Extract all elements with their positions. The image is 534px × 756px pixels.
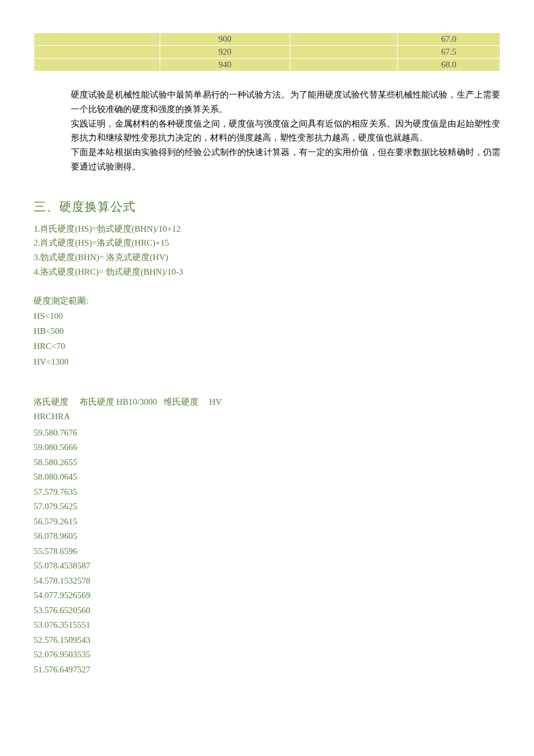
col-hv: HV	[210, 395, 222, 410]
range-block: 硬度測定範圍: HS<100 HB<500 HRC<70 HV<1300	[34, 293, 500, 369]
col-rockwell: 洛氏硬度	[34, 395, 68, 410]
range-hs: HS<100	[34, 308, 500, 323]
data-row: 52.576.1509543	[34, 633, 500, 648]
formula-4: 4.洛式硬度(HRC)= 勃式硬度(BHN)/10-3	[34, 265, 500, 279]
data-rows: 59.580.767659.080.566658.580.265558.080.…	[34, 426, 500, 678]
paragraph-3: 下面是本站根据由实验得到的经验公式制作的快速计算器，有一定的实用价值，但在要求数…	[71, 145, 500, 174]
data-row: 54.077.9526569	[34, 588, 500, 603]
data-row: 57.579.7635	[34, 485, 500, 500]
table-cell: 68.0	[398, 59, 500, 71]
table-cell: 900	[160, 33, 290, 45]
data-row: 52.076.9503535	[34, 647, 500, 663]
table-cell	[34, 46, 160, 58]
data-row: 55.078.4538587	[34, 559, 500, 574]
range-title: 硬度測定範圍:	[34, 293, 500, 308]
table-cell: 67.5	[398, 46, 500, 58]
col-vickers: 维氏硬度	[164, 395, 199, 410]
data-row: 54.578.1532578	[34, 574, 500, 589]
table-row: 92067.5	[34, 46, 500, 58]
intro-paragraphs: 硬度试验是机械性能试验中最简单易行的一种试验方法。为了能用硬度试验代替某些机械性…	[34, 88, 500, 174]
table-cell	[34, 33, 160, 45]
range-hrc: HRC<70	[34, 339, 500, 354]
data-row: 56.579.2615	[34, 514, 500, 530]
formula-3: 3.勃式硬度(BHN)= 洛克式硬度(HV)	[34, 250, 500, 265]
table-cell	[290, 59, 397, 71]
data-row: 53.076.3515551	[34, 618, 500, 633]
paragraph-2: 实践证明，金属材料的各种硬度值之间，硬度值与强度值之间具有近似的相应关系。因为硬…	[71, 117, 500, 146]
table-row: 94068.0	[34, 59, 500, 71]
table-cell: 920	[160, 46, 290, 58]
conversion-table-fragment: 90067.092067.594068.0	[34, 33, 500, 71]
range-hv: HV<1300	[34, 354, 500, 369]
data-row: 57.079.5625	[34, 499, 500, 514]
data-row: 58.080.0645	[34, 470, 500, 485]
data-row: 56.078.9605	[34, 529, 500, 544]
formula-1: 1.肖氏硬度(HS)=勃式硬度(BHN)/10+12	[34, 222, 500, 236]
table-cell	[290, 46, 397, 58]
data-row: 58.580.2655	[34, 455, 500, 470]
section-title: 三、硬度换算公式	[34, 199, 500, 215]
table-cell	[34, 59, 160, 71]
table-cell: 67.0	[398, 33, 500, 45]
data-row: 51.576.6497527	[34, 663, 500, 678]
col-brinell: 布氏硬度 HB10/3000	[80, 395, 157, 410]
data-row: 59.580.7676	[34, 426, 500, 441]
table-cell: 940	[160, 59, 290, 71]
data-row: 53.576.6520560	[34, 603, 500, 618]
data-table-header: 洛氏硬度 布氏硬度 HB10/3000 维氏硬度 HV HRCHRA	[34, 395, 500, 424]
data-row: 59.080.5666	[34, 440, 500, 455]
data-row: 55.578.6596	[34, 544, 500, 559]
formula-list: 1.肖氏硬度(HS)=勃式硬度(BHN)/10+12 2.肖式硬度(HS)=洛式…	[34, 222, 500, 279]
range-hb: HB<500	[34, 323, 500, 339]
table-cell	[290, 33, 397, 45]
formula-2: 2.肖式硬度(HS)=洛式硬度(HRC)+15	[34, 236, 500, 250]
subheader: HRCHRA	[34, 409, 500, 424]
table-row: 90067.0	[34, 33, 500, 45]
paragraph-1: 硬度试验是机械性能试验中最简单易行的一种试验方法。为了能用硬度试验代替某些机械性…	[71, 88, 500, 117]
